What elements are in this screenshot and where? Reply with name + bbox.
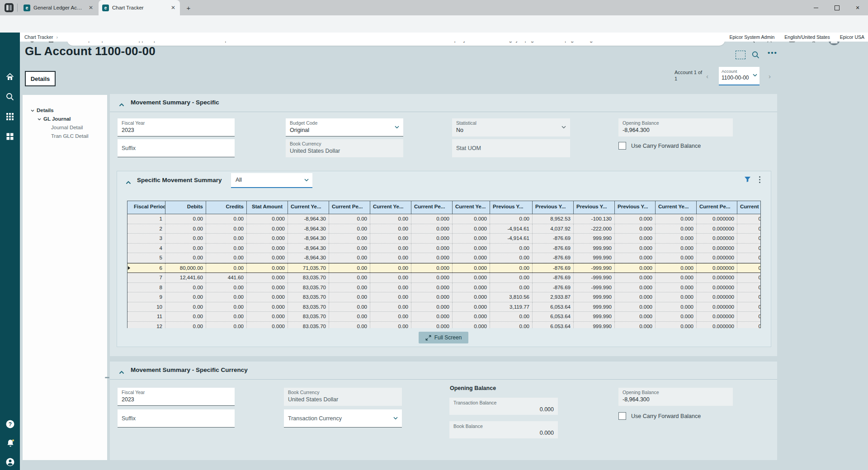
grid-cell[interactable]: 0.00: [370, 292, 411, 302]
grid-cell[interactable]: 0.000000: [697, 224, 737, 234]
grid-cell[interactable]: 0.000: [615, 322, 656, 329]
grid-cell[interactable]: 1: [131, 214, 165, 224]
grid-cell[interactable]: -876.69: [533, 253, 574, 263]
grid-cell[interactable]: 8: [131, 283, 165, 292]
minimize-button[interactable]: [806, 0, 826, 15]
grid-cell[interactable]: 0.000: [247, 292, 288, 302]
grid-cell[interactable]: 0.00: [206, 244, 247, 253]
grid-cell[interactable]: 0.00000: [737, 224, 761, 234]
grid-cell[interactable]: 12,441.60: [165, 273, 206, 282]
grid-cell[interactable]: 0.00000: [737, 322, 761, 329]
grid-cell[interactable]: 6: [131, 263, 165, 273]
grid-column-header[interactable]: Current Pe...: [411, 201, 453, 214]
grid-cell[interactable]: -999.990: [574, 273, 615, 282]
grid-cell[interactable]: 0.000: [615, 253, 656, 263]
grid-cell[interactable]: 0.000: [411, 292, 453, 302]
collapse-chevron-icon[interactable]: [119, 368, 124, 376]
close-tab-icon[interactable]: ✕: [88, 5, 94, 11]
grid-cell[interactable]: -8,964.30: [288, 214, 329, 224]
grid-cell[interactable]: -876.69: [533, 273, 574, 282]
full-screen-button[interactable]: Full Screen: [419, 332, 468, 343]
notifications-bell-icon[interactable]: [5, 438, 14, 447]
use-carry-forward-checkbox[interactable]: [618, 412, 626, 420]
grid-cell[interactable]: 0.000000: [697, 214, 737, 224]
grid-cell[interactable]: 0.000: [247, 312, 288, 321]
grid-cell[interactable]: 7: [131, 273, 165, 282]
user-profile-icon[interactable]: [5, 457, 14, 466]
grid-cell[interactable]: 0.000: [411, 253, 453, 263]
grid-cell[interactable]: 83,035.70: [288, 302, 329, 312]
chevron-down-icon[interactable]: [38, 116, 41, 122]
grid-cell[interactable]: 0.00: [329, 302, 370, 312]
budget-code-dropdown[interactable]: Budget Code Original: [286, 118, 403, 136]
grid-cell[interactable]: -876.69: [533, 263, 574, 273]
grid-cell[interactable]: 0.00000: [737, 244, 761, 253]
grid-cell[interactable]: 0.000: [411, 283, 453, 292]
grid-cell[interactable]: 2: [131, 224, 165, 234]
grid-cell[interactable]: 0.000: [453, 302, 490, 312]
grid-cell[interactable]: 0.000: [615, 312, 656, 321]
grid-row-period-6[interactable]: 680,000.000.000.00071,035.700.000.000.00…: [127, 263, 760, 273]
grid-cell[interactable]: 0.00: [165, 292, 206, 302]
grid-cell[interactable]: 0.000: [656, 322, 697, 329]
grid-cell[interactable]: 6,053.64: [533, 322, 574, 329]
tab-details[interactable]: Details: [25, 71, 56, 86]
grid-cell[interactable]: 0.000000: [697, 234, 737, 243]
grid-cell[interactable]: 0.000: [453, 214, 490, 224]
grid-cell[interactable]: 0.000: [453, 253, 490, 263]
chevron-down-icon[interactable]: [31, 108, 34, 113]
grid-cell[interactable]: 0.000: [453, 292, 490, 302]
grid-cell[interactable]: 0.00000: [737, 263, 761, 273]
suffix-field-currency[interactable]: Suffix: [118, 409, 235, 428]
grid-cell[interactable]: 83,035.70: [288, 312, 329, 321]
grid-row-period-9[interactable]: 90.000.000.00083,035.700.000.000.0000.00…: [127, 292, 760, 302]
current-locale[interactable]: English/United States: [784, 34, 830, 40]
grid-cell[interactable]: 0.000: [247, 234, 288, 243]
grid-row-period-10[interactable]: 100.000.000.00083,035.700.000.000.0000.0…: [127, 302, 760, 312]
grid-cell[interactable]: 0.000: [411, 312, 453, 321]
grid-cell[interactable]: 0.00: [206, 253, 247, 263]
grid-cell[interactable]: 0.000: [247, 283, 288, 292]
tree-item-tran-glc-detail[interactable]: Tran GLC Detail: [23, 132, 107, 140]
maximize-button[interactable]: [826, 0, 847, 15]
grid-cell[interactable]: -100.130: [574, 214, 615, 224]
dashboard-tiles-icon[interactable]: [5, 132, 14, 141]
grid-cell[interactable]: 0.00: [490, 322, 533, 329]
grid-cell[interactable]: 0.00: [165, 244, 206, 253]
fiscal-year-field-currency[interactable]: Fiscal Year 2023: [118, 388, 235, 406]
grid-cell[interactable]: 0.000: [615, 292, 656, 302]
grid-cell[interactable]: 999.990: [574, 244, 615, 253]
grid-cell[interactable]: 0.00: [370, 214, 411, 224]
grid-row-period-11[interactable]: 110.000.000.00083,035.700.000.000.0000.0…: [127, 312, 760, 322]
fiscal-year-field[interactable]: Fiscal Year 2023: [118, 118, 235, 136]
grid-row-period-8[interactable]: 80.000.000.00083,035.700.000.000.0000.00…: [127, 283, 760, 293]
grid-cell[interactable]: -8,964.30: [288, 234, 329, 243]
grid-cell[interactable]: -876.69: [533, 283, 574, 292]
new-tab-button[interactable]: +: [184, 4, 193, 12]
grid-cell[interactable]: 0.000000: [697, 292, 737, 302]
grid-column-header[interactable]: Current Ye...: [656, 201, 697, 214]
grid-cell[interactable]: 11: [131, 312, 165, 321]
grid-cell[interactable]: 0.000: [656, 224, 697, 234]
grid-cell[interactable]: 0.00: [490, 273, 533, 282]
grid-cell[interactable]: -876.69: [533, 234, 574, 243]
grid-cell[interactable]: 0.00000: [737, 214, 761, 224]
grid-cell[interactable]: 12: [131, 322, 165, 329]
grid-cell[interactable]: 0.00: [329, 283, 370, 292]
grid-cell[interactable]: -876.69: [533, 244, 574, 253]
grid-menu-icon[interactable]: [759, 175, 761, 184]
grid-cell[interactable]: 0.00000: [737, 292, 761, 302]
grid-cell[interactable]: 0.000: [411, 322, 453, 329]
grid-cell[interactable]: 0.00000: [737, 312, 761, 321]
grid-cell[interactable]: 0.00000: [737, 302, 761, 312]
grid-cell[interactable]: 0.000: [453, 263, 490, 273]
grid-cell[interactable]: 0.000000: [697, 322, 737, 329]
grid-cell[interactable]: 0.00: [490, 244, 533, 253]
grid-cell[interactable]: 0.00: [329, 273, 370, 282]
grid-cell[interactable]: 0.000: [247, 244, 288, 253]
grid-cell[interactable]: 83,035.70: [288, 292, 329, 302]
grid-cell[interactable]: 9: [131, 292, 165, 302]
grid-cell[interactable]: 0.00: [206, 302, 247, 312]
collapse-chevron-icon[interactable]: [126, 178, 131, 186]
grid-cell[interactable]: 0.000: [411, 302, 453, 312]
